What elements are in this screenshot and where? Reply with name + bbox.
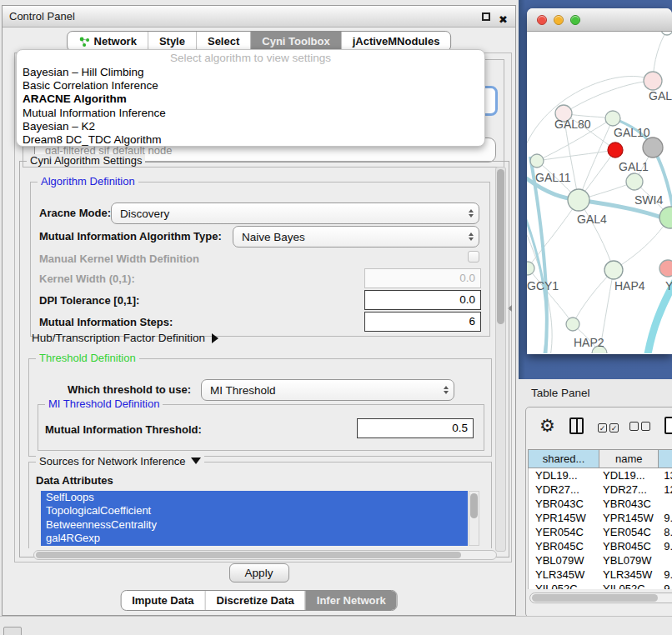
close-traffic-light-icon[interactable] xyxy=(537,15,547,25)
attributes-hscrollbar-thumb[interactable] xyxy=(36,552,461,558)
collapse-down-icon[interactable] xyxy=(191,458,201,464)
network-node[interactable] xyxy=(659,260,672,277)
data-attribute-item[interactable]: BetweennessCentrality xyxy=(41,518,468,532)
which-threshold-select[interactable]: MI Threshold xyxy=(201,379,454,401)
table-header-row: shared... name xyxy=(528,449,672,468)
network-node[interactable] xyxy=(659,207,672,228)
attributes-vscrollbar-thumb[interactable] xyxy=(470,493,478,518)
data-attribute-item[interactable]: gal4RGexp xyxy=(41,532,468,545)
network-node[interactable] xyxy=(644,72,662,90)
tab-impute-data[interactable]: Impute Data xyxy=(121,591,204,610)
tab-style[interactable]: Style xyxy=(148,32,196,51)
network-node[interactable] xyxy=(527,262,534,275)
column-header-name[interactable]: name xyxy=(599,450,659,468)
table-row[interactable]: YBR045CYBR045C9. xyxy=(529,539,672,553)
tab-jactivemnodules[interactable]: jActiveMNodules xyxy=(341,32,451,51)
table-panel-widget: ⚙ ✓✓ shared... name YDL19...YDL19...13YD… xyxy=(525,407,672,618)
close-icon[interactable]: ✖ xyxy=(499,9,508,31)
network-node-label: SWI4 xyxy=(634,193,663,207)
table-body[interactable]: YDL19...YDL19...13YDR27...YDR27...12YBR0… xyxy=(528,468,672,589)
float-window-icon[interactable] xyxy=(482,12,490,21)
network-node[interactable] xyxy=(604,261,623,279)
mi-steps-input[interactable]: 6 xyxy=(364,312,481,332)
kernel-width-input[interactable]: 0.0 xyxy=(364,268,481,288)
table-cell: YDL19... xyxy=(529,468,599,482)
network-node[interactable] xyxy=(566,318,579,331)
tab-discretize-data[interactable]: Discretize Data xyxy=(205,591,305,610)
table-cell: 9. xyxy=(659,582,672,589)
tab-impute-data-label: Impute Data xyxy=(132,594,193,607)
algorithm-option[interactable]: Basic Correlation Inference xyxy=(17,79,484,92)
gear-icon[interactable]: ⚙ xyxy=(539,416,555,436)
network-node[interactable] xyxy=(605,111,620,126)
new-table-icon[interactable] xyxy=(664,417,672,434)
table-cell: YBR045C xyxy=(529,539,599,553)
data-attributes-list[interactable]: SelfLoopsTopologicalCoefficientBetweenne… xyxy=(41,491,468,546)
tab-cyni-toolbox[interactable]: Cyni Toolbox xyxy=(250,32,340,51)
apply-button[interactable]: Apply xyxy=(229,563,289,582)
algorithm-dropdown-prompt: Select algorithm to view settings xyxy=(17,52,484,66)
table-toolbar: ⚙ ✓✓ xyxy=(526,408,672,446)
dpi-tolerance-input[interactable]: 0.0 xyxy=(364,290,481,310)
algorithm-option[interactable]: Dream8 DC_TDC Algorithm xyxy=(17,133,484,147)
data-attribute-item[interactable]: TopologicalCoefficient xyxy=(41,504,468,518)
select-all-columns-icon[interactable]: ✓✓ xyxy=(598,421,621,433)
attributes-vscrollbar[interactable] xyxy=(469,491,479,546)
table-row[interactable]: YDR27...YDR27...12 xyxy=(529,482,672,497)
table-row[interactable]: YBR043CYBR043C xyxy=(529,497,672,511)
deselect-all-columns-icon[interactable] xyxy=(629,421,653,433)
table-row[interactable]: YER054CYER054C8. xyxy=(529,525,672,539)
column-header-clipped[interactable] xyxy=(659,450,672,468)
mi-steps-label: Mutual Information Steps: xyxy=(39,316,173,328)
table-row[interactable]: YBL079WYBL079W xyxy=(529,553,672,568)
settings-scrollbar-thumb[interactable] xyxy=(497,169,504,324)
data-attribute-item[interactable]: SelfLoops xyxy=(41,491,468,504)
network-node[interactable] xyxy=(661,32,672,35)
table-row[interactable]: YLR345WYLR345W9. xyxy=(529,568,672,582)
minimize-traffic-light-icon[interactable] xyxy=(554,15,564,25)
network-canvas[interactable]: GALGAL80GAL10GAL1GAL11SWI4GAL4GCY1HAP4YH… xyxy=(527,32,672,353)
table-row[interactable]: YDL19...YDL19...13 xyxy=(529,468,672,482)
network-node[interactable] xyxy=(568,189,589,211)
control-panel-title: Control Panel xyxy=(9,10,75,22)
network-node[interactable] xyxy=(530,154,544,168)
algorithm-option[interactable]: Bayesian – Hill Climbing xyxy=(17,66,484,79)
table-row[interactable]: YIL052CYIL052C9. xyxy=(529,582,672,589)
column-header-shared-name[interactable]: shared... xyxy=(529,450,599,468)
hub-definition-toggle[interactable]: Hub/Transcription Factor Definition xyxy=(32,332,218,344)
mi-threshold-label: Mutual Information Threshold: xyxy=(45,423,202,436)
table-cell: YER054C xyxy=(529,525,599,539)
table-cell: 9. xyxy=(659,568,672,582)
corner-mini-button[interactable] xyxy=(3,627,22,635)
network-node[interactable] xyxy=(626,173,643,190)
manual-kernel-checkbox[interactable] xyxy=(468,251,479,262)
algorithm-option[interactable]: Bayesian – K2 xyxy=(17,120,484,133)
column-layout-icon[interactable] xyxy=(569,418,584,434)
attributes-hscrollbar[interactable] xyxy=(33,550,497,560)
network-node-label: HAP4 xyxy=(614,279,645,292)
tab-select[interactable]: Select xyxy=(196,32,250,51)
mi-threshold-input[interactable]: 0.5 xyxy=(357,418,474,438)
tab-network[interactable]: Network xyxy=(68,32,148,51)
algorithm-option[interactable]: Mutual Information Inference xyxy=(17,107,484,120)
table-row[interactable]: YPR145WYPR145W9. xyxy=(529,511,672,525)
tab-infer-network[interactable]: Infer Network xyxy=(305,591,397,610)
table-hscrollbar[interactable] xyxy=(529,592,672,603)
zoom-traffic-light-icon[interactable] xyxy=(570,15,580,25)
network-node[interactable] xyxy=(608,142,623,158)
settings-scrollbar[interactable] xyxy=(495,167,506,552)
aracne-mode-select[interactable]: Discovery xyxy=(111,202,479,224)
mi-type-select[interactable]: Naive Bayes xyxy=(233,226,479,248)
tab-select-label: Select xyxy=(208,35,239,48)
network-node[interactable] xyxy=(643,138,663,158)
network-window-titlebar xyxy=(527,8,672,32)
threshold-definition-group: Threshold Definition Which threshold to … xyxy=(28,358,492,457)
algorithm-definition-title: Algorithm Definition xyxy=(38,175,138,188)
table-hscrollbar-thumb[interactable] xyxy=(532,594,658,602)
mi-threshold-group: MI Threshold Definition Mutual Informati… xyxy=(38,404,484,451)
mi-threshold-group-title: MI Threshold Definition xyxy=(45,398,163,410)
tab-cyni-toolbox-label: Cyni Toolbox xyxy=(262,35,329,48)
control-panel-titlebar: Control Panel ✖ xyxy=(3,6,515,28)
algorithm-option[interactable]: ARACNE Algorithm xyxy=(17,92,484,106)
table-cell: 9. xyxy=(659,511,672,525)
